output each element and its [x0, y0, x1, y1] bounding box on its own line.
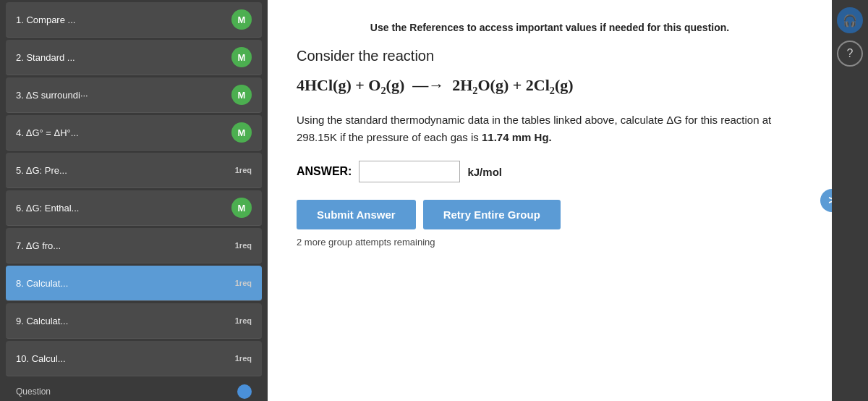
answer-label: ANSWER: — [297, 165, 352, 178]
sidebar-item-10[interactable]: 10. Calcul...1req — [6, 341, 262, 376]
button-row: Submit Answer Retry Entire Group — [297, 200, 803, 229]
sidebar-item-badge-6: M — [231, 198, 252, 218]
sidebar-item-badge-9: 1req — [235, 311, 252, 331]
sidebar-item-badge-10: 1req — [235, 348, 252, 368]
sidebar-item-label-4: 4. ΔG° = ΔH°... — [16, 127, 79, 138]
answer-unit: kJ/mol — [467, 166, 502, 178]
sidebar-item-badge-8: 1req — [235, 273, 252, 293]
sidebar-item-label-7: 7. ΔG fro... — [16, 240, 61, 251]
sidebar-item-badge-2: M — [231, 47, 252, 67]
content-area: Use the References to access important v… — [268, 0, 832, 401]
sidebar-item-6[interactable]: 6. ΔG: Enthal...M — [6, 190, 262, 226]
sidebar-item-label-3: 3. ΔS surroundi··· — [16, 90, 88, 101]
sidebar-item-8[interactable]: 8. Calculat...1req — [6, 266, 262, 301]
sidebar-item-badge-3: M — [231, 85, 252, 105]
sidebar-item-1[interactable]: 1. Compare ...M — [6, 2, 262, 38]
description-text: Using the standard thermodynamic data in… — [297, 111, 803, 146]
sidebar-item-label-1: 1. Compare ... — [16, 14, 75, 25]
content-wrapper: Use the References to access important v… — [268, 0, 832, 401]
sidebar-item-7[interactable]: 7. ΔG fro...1req — [6, 228, 262, 263]
sidebar-item-2[interactable]: 2. Standard ...M — [6, 40, 262, 75]
sidebar-item-badge-5: 1req — [235, 160, 252, 180]
sidebar-sub-circle-icon-0 — [237, 384, 252, 399]
sidebar-item-3[interactable]: 3. ΔS surroundi···M — [6, 77, 262, 113]
attempts-text: 2 more group attempts remaining — [297, 237, 803, 248]
sidebar-item-label-8: 8. Calculat... — [16, 278, 68, 289]
consider-heading: Consider the reaction — [297, 48, 803, 64]
answer-row: ANSWER: kJ/mol — [297, 161, 803, 182]
sidebar-item-label-2: 2. Standard ... — [16, 52, 75, 63]
main-content: Use the References to access important v… — [268, 0, 832, 401]
submit-answer-button[interactable]: Submit Answer — [297, 200, 416, 229]
right-panel: 🎧 ? — [832, 0, 868, 401]
headset-icon[interactable]: 🎧 — [837, 7, 863, 33]
sidebar-item-label-6: 6. ΔG: Enthal... — [16, 203, 79, 214]
sidebar-item-badge-4: M — [231, 122, 252, 143]
references-banner: Use the References to access important v… — [297, 14, 803, 33]
sidebar-sub-item-0[interactable]: Question — [6, 379, 262, 401]
sidebar-item-5[interactable]: 5. ΔG: Pre...1req — [6, 153, 262, 188]
answer-input[interactable] — [359, 161, 460, 182]
reaction-equation: 4HCl(g) + O2(g) —→ 2H2O(g) + 2Cl2(g) — [297, 76, 803, 97]
help-icon[interactable]: ? — [837, 41, 863, 67]
sidebar-item-4[interactable]: 4. ΔG° = ΔH°...M — [6, 115, 262, 151]
sidebar-item-9[interactable]: 9. Calculat...1req — [6, 303, 262, 339]
sidebar-item-label-9: 9. Calculat... — [16, 316, 68, 326]
sidebar: 1. Compare ...M2. Standard ...M3. ΔS sur… — [0, 0, 268, 401]
sidebar-item-badge-7: 1req — [235, 235, 252, 256]
sidebar-sub-label-0: Question — [16, 387, 51, 397]
sidebar-item-label-5: 5. ΔG: Pre... — [16, 165, 67, 176]
retry-group-button[interactable]: Retry Entire Group — [423, 200, 561, 229]
sidebar-item-badge-1: M — [231, 9, 252, 30]
sidebar-item-label-10: 10. Calcul... — [16, 353, 66, 364]
